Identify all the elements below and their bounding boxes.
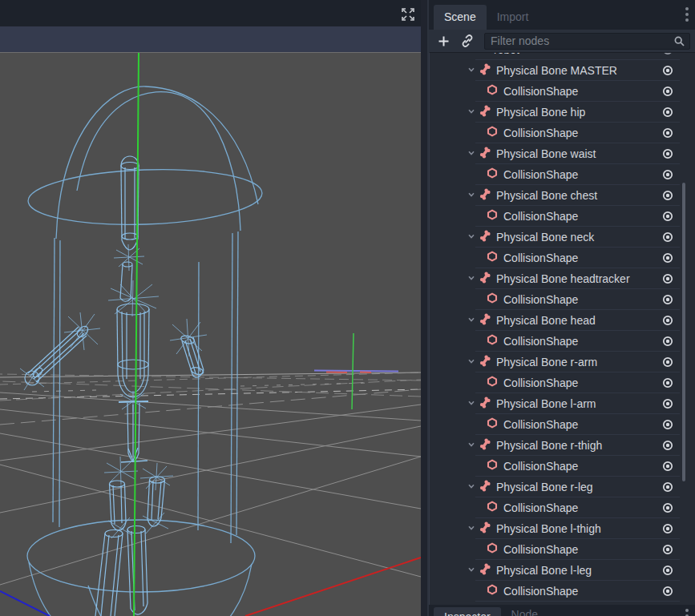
visibility-eye-icon[interactable] xyxy=(661,397,674,410)
filter-nodes-input[interactable] xyxy=(484,33,690,50)
tree-scrollbar xyxy=(681,53,687,605)
tree-row[interactable]: Physical Bone l-leg xyxy=(430,560,695,581)
tree-row[interactable]: Physical Bone r-thigh xyxy=(430,435,695,456)
viewport-3d[interactable] xyxy=(0,52,421,616)
node-name: CollisionShape xyxy=(503,293,578,306)
visibility-eye-icon[interactable] xyxy=(661,231,674,244)
tree-row[interactable]: Physical Bone waist xyxy=(430,143,695,164)
visibility-eye-icon[interactable] xyxy=(661,52,674,56)
dock-menu-icon[interactable] xyxy=(685,6,689,25)
tab-import[interactable]: Import xyxy=(487,5,539,30)
visibility-eye-icon[interactable] xyxy=(661,335,674,348)
visibility-eye-icon[interactable] xyxy=(661,106,674,119)
physical-bone-icon xyxy=(479,146,491,162)
physical-bone-icon xyxy=(479,437,491,453)
visibility-eye-icon[interactable] xyxy=(661,481,674,493)
tree-row[interactable]: Physical Bone headtracker xyxy=(430,268,695,289)
tree-row[interactable]: CollisionShape xyxy=(430,456,695,477)
tab-scene[interactable]: Scene xyxy=(434,5,487,30)
visibility-eye-icon[interactable] xyxy=(661,439,674,452)
tree-row[interactable]: Physical Bone head xyxy=(430,310,695,331)
collapse-chevron-icon[interactable] xyxy=(467,230,476,244)
tree-row-clipped[interactable]: robot xyxy=(430,52,695,60)
collapse-chevron-icon[interactable] xyxy=(467,188,476,203)
tree-row[interactable]: CollisionShape xyxy=(430,581,695,602)
physical-bone-icon xyxy=(479,354,491,370)
tree-row[interactable]: CollisionShape xyxy=(430,331,695,352)
godot-editor: Scene Import xyxy=(0,0,695,616)
collapse-chevron-icon[interactable] xyxy=(467,438,476,453)
collision-shape-icon xyxy=(486,583,499,599)
node-name: Physical Bone chest xyxy=(496,189,597,202)
tree-row[interactable]: CollisionShape xyxy=(430,248,695,268)
collapse-chevron-icon[interactable] xyxy=(467,105,476,119)
tree-row[interactable]: Physical Bone chest xyxy=(430,185,695,206)
visibility-eye-icon[interactable] xyxy=(661,418,674,431)
visibility-eye-icon[interactable] xyxy=(661,314,674,327)
physical-bone-icon xyxy=(479,312,491,328)
node-name: robot xyxy=(494,52,519,56)
tab-node[interactable]: Node xyxy=(501,605,548,616)
physical-bone-icon xyxy=(479,521,491,537)
tree-row[interactable]: CollisionShape xyxy=(430,123,695,143)
collapse-chevron-icon[interactable] xyxy=(467,63,476,78)
tree-row[interactable]: Physical Bone MASTER xyxy=(430,60,695,81)
tree-row[interactable]: Physical Bone r-leg xyxy=(430,477,695,497)
collapse-chevron-icon[interactable] xyxy=(467,272,476,286)
visibility-eye-icon[interactable] xyxy=(661,293,674,306)
scrollbar-thumb[interactable] xyxy=(682,183,685,481)
tree-row[interactable]: CollisionShape xyxy=(430,289,695,310)
visibility-eye-icon[interactable] xyxy=(661,564,674,577)
visibility-eye-icon[interactable] xyxy=(661,522,674,535)
visibility-eye-icon[interactable] xyxy=(661,501,674,514)
tree-row[interactable]: Physical Bone l-arm xyxy=(430,393,695,414)
collision-shape-icon xyxy=(486,542,499,558)
tab-inspector[interactable]: Inspector xyxy=(434,607,501,616)
bottom-dock-menu-icon[interactable] xyxy=(685,608,689,616)
collapse-chevron-icon[interactable] xyxy=(467,313,476,328)
dock-divider[interactable] xyxy=(421,0,429,616)
add-node-button[interactable] xyxy=(437,34,451,48)
visibility-eye-icon[interactable] xyxy=(661,147,674,160)
visibility-eye-icon[interactable] xyxy=(661,210,674,223)
collapse-chevron-icon[interactable] xyxy=(467,397,476,411)
node-name: Physical Bone hip xyxy=(496,106,585,119)
visibility-eye-icon[interactable] xyxy=(661,127,674,139)
tree-row[interactable]: CollisionShape xyxy=(430,497,695,518)
collapse-chevron-icon[interactable] xyxy=(467,480,476,494)
node-name: Physical Bone l-arm xyxy=(496,397,596,410)
visibility-eye-icon[interactable] xyxy=(661,272,674,285)
node-name: CollisionShape xyxy=(503,460,578,473)
visibility-eye-icon[interactable] xyxy=(661,85,674,98)
tree-row[interactable]: Physical Bone neck xyxy=(430,227,695,248)
visibility-eye-icon[interactable] xyxy=(661,168,674,181)
tree-row[interactable]: Physical Bone hip xyxy=(430,102,695,123)
visibility-eye-icon[interactable] xyxy=(661,585,674,598)
node-name: CollisionShape xyxy=(503,252,578,264)
tree-row[interactable]: CollisionShape xyxy=(430,539,695,560)
visibility-eye-icon[interactable] xyxy=(661,252,674,264)
visibility-eye-icon[interactable] xyxy=(661,189,674,202)
visibility-eye-icon[interactable] xyxy=(661,376,674,389)
tree-row[interactable]: Physical Bone l-thigh xyxy=(430,518,695,539)
instance-scene-button[interactable] xyxy=(460,34,475,48)
physical-bone-icon xyxy=(479,104,491,120)
collapse-chevron-icon[interactable] xyxy=(467,355,476,369)
tree-row[interactable]: CollisionShape xyxy=(430,206,695,227)
visibility-eye-icon[interactable] xyxy=(661,543,674,556)
collision-shape-icon xyxy=(486,250,499,266)
tree-row[interactable]: CollisionShape xyxy=(430,372,695,393)
fullscreen-expand-icon[interactable] xyxy=(401,7,415,22)
visibility-eye-icon[interactable] xyxy=(661,64,674,77)
visibility-eye-icon[interactable] xyxy=(661,460,674,473)
tree-row[interactable]: Physical Bone r-arm xyxy=(430,352,695,372)
tree-row[interactable]: CollisionShape xyxy=(430,414,695,435)
visibility-eye-icon[interactable] xyxy=(661,356,674,368)
search-icon xyxy=(673,35,685,50)
collapse-chevron-icon[interactable] xyxy=(467,563,476,578)
collapse-chevron-icon[interactable] xyxy=(467,147,476,161)
node-name: Physical Bone l-thigh xyxy=(496,522,601,535)
collapse-chevron-icon[interactable] xyxy=(467,521,476,536)
tree-row[interactable]: CollisionShape xyxy=(430,81,695,102)
tree-row[interactable]: CollisionShape xyxy=(430,164,695,185)
